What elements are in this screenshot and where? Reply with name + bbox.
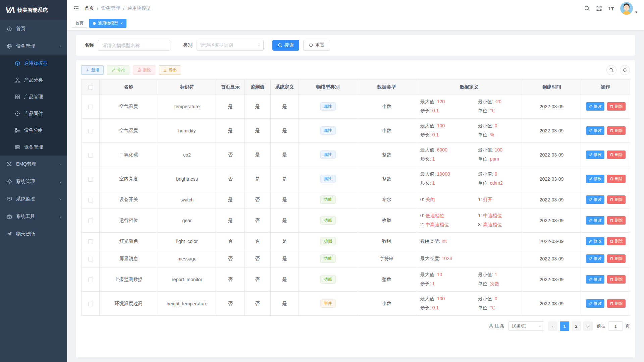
sidebar-item-设备管理[interactable]: 设备管理∧ xyxy=(0,38,67,55)
row-checkbox[interactable] xyxy=(88,153,93,158)
cell-name: 设备开关 xyxy=(100,191,158,208)
cell-data-type: 枚举 xyxy=(357,208,416,233)
category-icon xyxy=(15,77,20,83)
row-checkbox[interactable] xyxy=(88,129,93,133)
breadcrumb-separator: / xyxy=(97,6,98,11)
sidebar-item-系统监控[interactable]: 系统监控∨ xyxy=(0,190,67,208)
row-edit-button[interactable]: 修改 xyxy=(586,299,604,308)
name-filter-label: 名称 xyxy=(85,42,94,48)
definition-pair: 0: 关闭 xyxy=(420,197,478,203)
row-edit-button[interactable]: 修改 xyxy=(586,175,604,183)
font-size-icon[interactable]: TT xyxy=(608,6,614,11)
dashboard-icon xyxy=(7,26,12,32)
reset-button[interactable]: 重置 xyxy=(303,40,330,51)
sidebar-item-产品管理[interactable]: 产品管理 xyxy=(0,88,67,105)
row-edit-button[interactable]: 修改 xyxy=(586,254,604,263)
active-dot-icon xyxy=(93,22,96,25)
row-checkbox[interactable] xyxy=(88,219,93,223)
next-page-button[interactable]: › xyxy=(583,321,593,331)
cell-home-display: 否 xyxy=(216,267,245,292)
definition-pair: 最小值: -20 xyxy=(478,99,519,105)
delete-button[interactable]: 删除 xyxy=(133,65,155,75)
row-delete-button[interactable]: 删除 xyxy=(607,254,626,263)
row-edit-button[interactable]: 修改 xyxy=(586,126,604,135)
sidebar-item-首页[interactable]: 首页 xyxy=(0,20,67,38)
cell-monitor-value: 否 xyxy=(245,233,271,250)
row-delete-button[interactable]: 删除 xyxy=(607,275,626,284)
cell-home-display: 否 xyxy=(216,292,245,316)
row-checkbox[interactable] xyxy=(88,198,93,202)
row-edit-button[interactable]: 修改 xyxy=(586,237,604,245)
row-edit-button[interactable]: 修改 xyxy=(586,216,604,225)
select-all-checkbox[interactable] xyxy=(88,85,93,90)
sidebar-item-产品固件[interactable]: 产品固件 xyxy=(0,105,67,122)
row-delete-button[interactable]: 删除 xyxy=(607,195,626,204)
tab-通用物模型[interactable]: 通用物模型× xyxy=(89,19,126,28)
avatar[interactable] xyxy=(620,2,633,15)
row-edit-button[interactable]: 修改 xyxy=(586,195,604,204)
sidebar-item-系统管理[interactable]: 系统管理∨ xyxy=(0,173,67,190)
row-delete-button[interactable]: 删除 xyxy=(607,150,626,159)
row-checkbox[interactable] xyxy=(88,239,93,244)
refresh-icon[interactable] xyxy=(620,65,630,75)
row-edit-button[interactable]: 修改 xyxy=(586,275,604,284)
export-button[interactable]: 导出 xyxy=(159,65,181,75)
page-button-1[interactable]: 1 xyxy=(560,321,569,331)
row-delete-button[interactable]: 删除 xyxy=(607,216,626,225)
row-delete-button[interactable]: 删除 xyxy=(607,299,626,308)
user-menu[interactable]: ▼ xyxy=(620,2,638,15)
add-button[interactable]: ＋新增 xyxy=(81,65,104,75)
goto-page-input[interactable] xyxy=(608,321,623,331)
close-icon[interactable]: × xyxy=(120,21,123,25)
prev-page-button[interactable]: ‹ xyxy=(548,321,557,331)
page-size-select[interactable]: 10条/页 ∨ xyxy=(508,321,544,331)
sidebar-item-系统工具[interactable]: 系统工具∨ xyxy=(0,208,67,225)
row-delete-button[interactable]: 删除 xyxy=(607,102,626,111)
name-filter-input[interactable] xyxy=(98,40,170,51)
topbar: 首页/设备管理/通用物模型 TT xyxy=(67,0,644,17)
cell-data-definition: 最大值: 10最小值: 1步长: 1单位: 次数 xyxy=(416,267,522,292)
app-root: VΛ 物美智能系统 首页 设备管理∧ 通用物模型 产品分类 产品管理 产品固件 … xyxy=(0,0,644,362)
row-delete-button[interactable]: 删除 xyxy=(607,126,626,135)
row-checkbox[interactable] xyxy=(88,302,93,306)
page-button-2[interactable]: 2 xyxy=(572,321,581,331)
category-filter-select[interactable]: 请选择模型类别 ∨ xyxy=(197,40,264,51)
breadcrumb-item[interactable]: 首页 xyxy=(85,5,94,11)
sidebar-item-EMQ管理[interactable]: EMQ管理∨ xyxy=(0,156,67,173)
sidebar-item-设备分组[interactable]: 设备分组 xyxy=(0,122,67,139)
cell-identifier: height_temperature xyxy=(158,292,216,316)
search-button[interactable]: 搜索 xyxy=(272,40,299,51)
cell-data-type: 小数 xyxy=(357,292,416,316)
sidebar-item-设备管理[interactable]: 设备管理 xyxy=(0,139,67,156)
sidebar-item-产品分类[interactable]: 产品分类 xyxy=(0,72,67,88)
sidebar-item-通用物模型[interactable]: 通用物模型 xyxy=(0,55,67,72)
column-header: 系统定义 xyxy=(271,80,299,95)
row-checkbox[interactable] xyxy=(88,278,93,282)
definition-pair: 最大值: 10 xyxy=(420,272,478,278)
row-edit-button[interactable]: 修改 xyxy=(586,102,604,111)
row-delete-button[interactable]: 删除 xyxy=(607,237,626,245)
sidebar-item-物美智能[interactable]: 物美智能 xyxy=(0,225,67,243)
menu-collapse-icon[interactable] xyxy=(73,5,79,11)
row-checkbox[interactable] xyxy=(88,257,93,261)
pagination: 共 11 条 10条/页 ∨ ‹12› 前往 页 xyxy=(81,321,630,331)
cell-monitor-value: 否 xyxy=(245,250,271,267)
fullscreen-icon[interactable] xyxy=(596,5,602,11)
row-delete-button[interactable]: 删除 xyxy=(607,175,626,183)
category-badge: 功能 xyxy=(320,275,336,284)
breadcrumb-item[interactable]: 设备管理 xyxy=(101,5,120,11)
row-edit-button[interactable]: 修改 xyxy=(586,150,604,159)
row-checkbox[interactable] xyxy=(88,105,93,109)
definition-pair: 1: 打开 xyxy=(478,197,519,203)
edit-button[interactable]: 修改 xyxy=(107,65,129,75)
sidebar-menu: 首页 设备管理∧ 通用物模型 产品分类 产品管理 产品固件 设备分组 设备管理 … xyxy=(0,20,67,362)
show-search-icon[interactable] xyxy=(606,65,616,75)
definition-pair: 最小值: 0 xyxy=(478,123,519,129)
search-icon[interactable] xyxy=(584,5,590,11)
cell-home-display: 是 xyxy=(216,191,245,208)
column-header: 监测值 xyxy=(245,80,271,95)
row-checkbox[interactable] xyxy=(88,177,93,182)
cell-system-defined: 是 xyxy=(271,233,299,250)
cell-created-time: 2022-03-09 xyxy=(522,267,581,292)
tab-首页[interactable]: 首页 xyxy=(72,19,87,28)
